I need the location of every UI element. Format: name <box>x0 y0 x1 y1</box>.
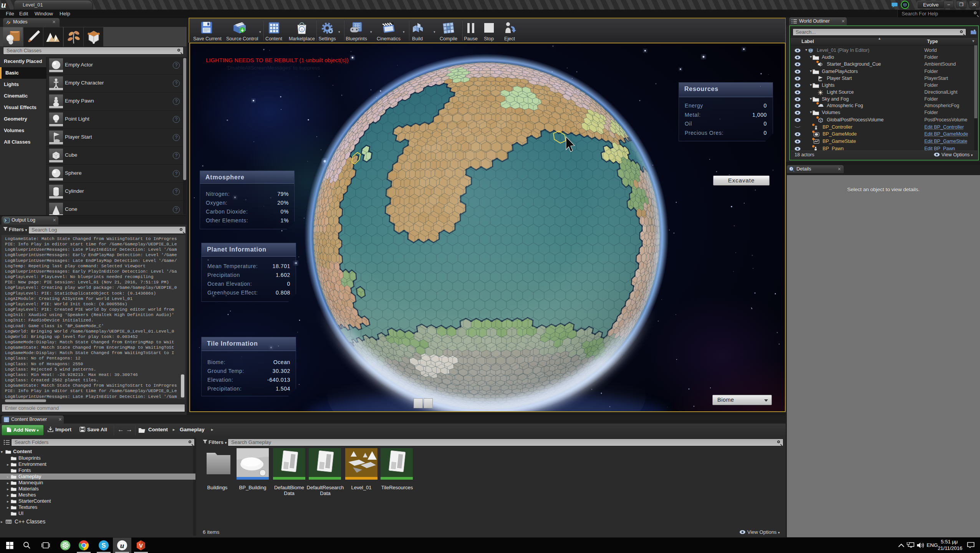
svg-text:V: V <box>139 542 143 549</box>
svg-text:u: u <box>301 27 303 31</box>
svg-text:S: S <box>101 542 106 549</box>
svg-text:C++: C++ <box>6 520 12 524</box>
svg-text:u: u <box>120 541 124 550</box>
